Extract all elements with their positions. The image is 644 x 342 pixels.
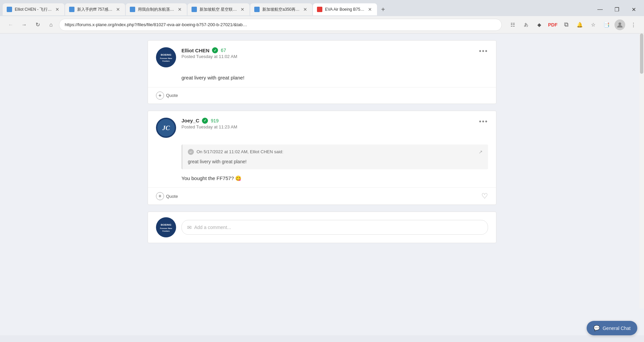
tab-1-close[interactable]: ✕ (54, 6, 60, 12)
tab-2-close[interactable]: ✕ (115, 6, 121, 12)
address-bar: ← → ↻ ⌂ https://forums.x-plane.org/index… (0, 16, 644, 34)
svg-text:Forever New: Forever New (160, 57, 172, 59)
post-1-header: BOEING Forever New Frontiers Elliot CHEN… (148, 41, 496, 71)
tab-bar: Elliot CHEN - 飞行… ✕ 新入手的fff 757感… ✕ 用我自制… (0, 0, 644, 16)
post-2-header: JC Joey_C ✓ 919 Posted Tuesday at 11:23 … (148, 111, 496, 142)
post-card-1: BOEING Forever New Frontiers Elliot CHEN… (148, 40, 496, 104)
post-2-heart-button[interactable]: ♡ (481, 192, 488, 201)
tab-2-label: 新入手的fff 757感… (77, 7, 112, 12)
comment-box: BOEING Forever New Frontiers ✉ Add a com… (148, 212, 496, 243)
notification-icon[interactable]: 🔔 (574, 19, 585, 30)
tab-3-favicon (130, 7, 135, 12)
tab-6-close[interactable]: ✕ (367, 6, 373, 12)
extensions-btn[interactable]: ⧉ (561, 19, 572, 30)
post-1-quote-label: Quote (166, 93, 178, 98)
page-content: BOEING Forever New Frontiers Elliot CHEN… (0, 34, 644, 335)
post-2-body: ↩ On 5/17/2022 at 11:02 AM, Elliot CHEN … (148, 142, 496, 188)
post-2-author: Joey_C ✓ 919 (181, 118, 474, 124)
collections-icon[interactable]: 📑 (601, 19, 612, 30)
tab-3-label: 用我自制的东航茎… (138, 7, 174, 12)
post-2-quote-block: ↩ On 5/17/2022 at 11:02 AM, Elliot CHEN … (181, 145, 488, 169)
extension-icon[interactable]: ◆ (534, 19, 545, 30)
read-mode-icon[interactable]: ☷ (507, 19, 518, 30)
tab-4-label: 新加坡航空 星空联… (200, 7, 237, 12)
post-1-meta: Elliot CHEN ✓ 67 Posted Tuesday at 11:02… (181, 47, 474, 59)
quote-expand-icon[interactable]: ↗ (479, 149, 483, 156)
back-button[interactable]: ← (5, 19, 16, 30)
post-2-quote-button[interactable]: + Quote (156, 192, 178, 200)
translate-icon[interactable]: あ (521, 19, 531, 30)
svg-text:BOEING: BOEING (161, 53, 171, 56)
post-1-text: great livery with great plane! (181, 75, 245, 80)
close-button[interactable]: ✕ (626, 3, 641, 15)
url-text: https://forums.x-plane.org/index.php?/fi… (65, 22, 496, 27)
scrollbar[interactable] (639, 34, 644, 308)
scrollbar-thumb[interactable] (640, 34, 643, 74)
browser-frame: Elliot CHEN - 飞行… ✕ 新入手的fff 757感… ✕ 用我自制… (0, 0, 644, 34)
reload-button[interactable]: ↻ (32, 19, 43, 30)
tab-1-favicon (7, 7, 12, 12)
tab-6-label: EVA Air Boeing B75… (325, 7, 364, 12)
svg-text:BOEING: BOEING (161, 223, 171, 226)
tab-1-label: Elliot CHEN - 飞行… (15, 7, 52, 12)
post-1-reputation: 67 (221, 48, 226, 53)
quote-circle-icon: ↩ (188, 149, 194, 155)
general-chat-label: General Chat (603, 326, 631, 331)
tab-5-close[interactable]: ✕ (302, 6, 308, 12)
tab-5[interactable]: 新加坡航空a350再… ✕ (250, 3, 312, 15)
tab-6[interactable]: EVA Air Boeing B75… ✕ (313, 3, 377, 15)
tab-3[interactable]: 用我自制的东航茎… ✕ (126, 3, 187, 15)
general-chat-bubble-icon: 💬 (593, 325, 600, 331)
post-2-quote-text: great livery with great plane! (188, 158, 483, 165)
tab-6-favicon (317, 7, 322, 12)
tab-4-close[interactable]: ✕ (239, 6, 246, 12)
tab-4-favicon (192, 7, 197, 12)
tab-4[interactable]: 新加坡航空 星空联… ✕ (187, 3, 250, 15)
post-1-quote-button[interactable]: + Quote (156, 92, 178, 100)
tab-2[interactable]: 新入手的fff 757感… ✕ (65, 3, 125, 15)
tab-5-label: 新加坡航空a350再… (262, 7, 300, 12)
favorites-icon[interactable]: ☆ (588, 19, 598, 30)
comment-bubble-icon: ✉ (187, 224, 192, 231)
home-button[interactable]: ⌂ (46, 19, 56, 30)
svg-point-0 (619, 22, 621, 25)
post-2-footer: + Quote ♡ (148, 187, 496, 205)
tab-2-favicon (69, 7, 74, 12)
address-icons: ☷ あ ◆ PDF ⧉ 🔔 ☆ 📑 ⋮ (507, 19, 639, 30)
post-2-verified-badge: ✓ (202, 118, 208, 124)
new-tab-button[interactable]: + (378, 4, 388, 15)
post-2-plus-icon: + (156, 192, 164, 200)
post-1-more-button[interactable]: ••• (479, 47, 488, 55)
maximize-button[interactable]: ❐ (609, 3, 625, 15)
svg-text:JC: JC (162, 124, 170, 131)
url-bar[interactable]: https://forums.x-plane.org/index.php?/fi… (59, 19, 502, 31)
general-chat-button[interactable]: 💬 General Chat (587, 321, 637, 335)
tab-3-close[interactable]: ✕ (177, 6, 183, 12)
svg-text:Frontiers: Frontiers (162, 230, 170, 232)
tab-5-favicon (254, 7, 260, 12)
post-2-meta: Joey_C ✓ 919 Posted Tuesday at 11:23 AM (181, 118, 474, 129)
tab-1[interactable]: Elliot CHEN - 飞行… ✕ (3, 3, 64, 15)
comment-placeholder: Add a comment... (194, 225, 231, 230)
post-2-quote-label: Quote (166, 194, 178, 199)
post-2-avatar: JC (156, 118, 176, 138)
post-1-footer: + Quote (148, 87, 496, 104)
pdf-icon[interactable]: PDF (547, 19, 558, 30)
post-2-time: Posted Tuesday at 11:23 AM (181, 124, 474, 129)
post-1-time: Posted Tuesday at 11:02 AM (181, 54, 474, 59)
post-1-author-name: Elliot CHEN (181, 48, 209, 53)
post-2-more-button[interactable]: ••• (479, 118, 488, 125)
window-controls: — ❐ ✕ (592, 3, 641, 15)
post-2-text: You bought the FF757? 😋 (181, 175, 241, 181)
svg-text:Frontiers: Frontiers (162, 60, 170, 62)
post-1-author: Elliot CHEN ✓ 67 (181, 47, 474, 53)
post-1-avatar: BOEING Forever New Frontiers (156, 47, 176, 67)
comment-input[interactable]: ✉ Add a comment... (181, 220, 488, 235)
post-1-verified-badge: ✓ (212, 47, 218, 53)
minimize-button[interactable]: — (592, 3, 608, 15)
settings-icon[interactable]: ⋮ (628, 19, 639, 30)
profile-button[interactable] (614, 19, 625, 30)
post-2-author-name: Joey_C (181, 118, 199, 123)
forward-button[interactable]: → (19, 19, 30, 30)
post-1-plus-icon: + (156, 92, 164, 100)
